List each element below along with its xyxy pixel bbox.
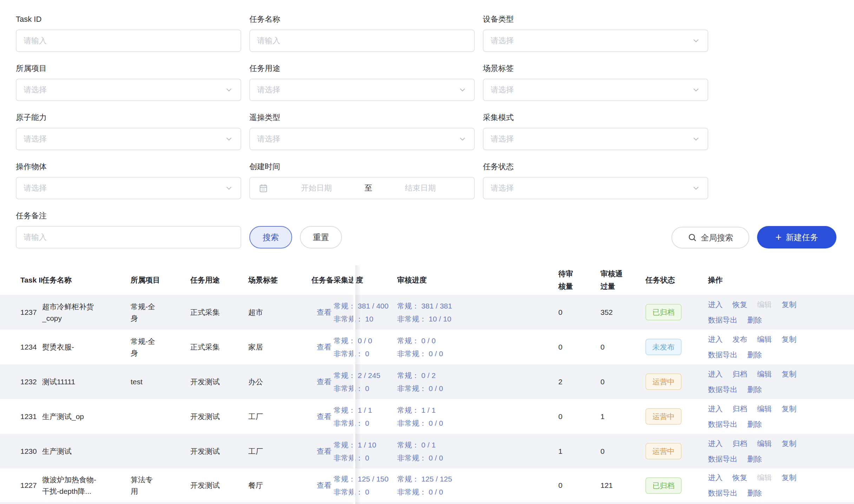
- cell-scene: 餐厅: [248, 480, 311, 490]
- cell-purpose: 正式采集: [190, 307, 248, 317]
- select-placeholder: 请选择: [491, 134, 691, 144]
- scene-tag-select[interactable]: 请选择: [483, 79, 708, 101]
- action-delete[interactable]: 删除: [747, 312, 762, 328]
- input-placeholder: 请输入: [257, 35, 467, 46]
- remark-view-link[interactable]: 查看: [311, 342, 334, 352]
- action-restore[interactable]: 恢复: [733, 470, 747, 485]
- action-edit[interactable]: 编辑: [757, 332, 772, 347]
- status-badge: 运营中: [645, 443, 682, 459]
- action-enter[interactable]: 进入: [708, 332, 723, 347]
- action-export[interactable]: 数据导出: [708, 312, 737, 328]
- table-row: 1232 测试11111 test 开发测试 办公 查看 常规： 2 / 245…: [0, 364, 854, 399]
- task-remark-input[interactable]: 请输入: [16, 226, 241, 248]
- action-enter[interactable]: 进入: [708, 366, 723, 382]
- select-placeholder: 请选择: [491, 85, 691, 95]
- cell-review-progress: 常规： 381 / 381非常规： 10 / 10: [397, 295, 558, 330]
- action-edit[interactable]: 编辑: [757, 436, 772, 451]
- field-teleop-type: 遥操类型: [249, 112, 475, 123]
- remark-view-link[interactable]: 查看: [311, 480, 334, 490]
- cell-pending-count: 1: [558, 447, 600, 456]
- chevron-down-icon: [224, 184, 234, 193]
- action-copy[interactable]: 复制: [782, 332, 796, 347]
- calendar-icon: [258, 183, 268, 193]
- cell-project: 常规-全身: [131, 301, 159, 324]
- cell-actions: 进入 归档 编辑 复制 数据导出 删除: [708, 434, 832, 469]
- cell-actions: 进入 发布 编辑 复制 数据导出 删除: [708, 330, 832, 364]
- col-header-review-passed: 审核通过量: [600, 265, 645, 295]
- action-edit[interactable]: 编辑: [757, 297, 772, 312]
- col-header-purpose: 任务用途: [190, 265, 248, 295]
- cell-task-id: 1230: [20, 447, 42, 456]
- action-delete[interactable]: 删除: [747, 347, 762, 363]
- purpose-select[interactable]: 请选择: [249, 79, 475, 101]
- action-delete[interactable]: 删除: [747, 382, 762, 397]
- field-label: 任务用途: [249, 63, 475, 74]
- action-export[interactable]: 数据导出: [708, 382, 737, 397]
- end-date-placeholder[interactable]: 结束日期: [375, 183, 466, 193]
- cell-task-name: 生产测试_op: [42, 411, 97, 422]
- action-edit[interactable]: 编辑: [757, 366, 772, 382]
- action-archive[interactable]: 归档: [733, 401, 747, 417]
- project-select[interactable]: 请选择: [16, 79, 241, 101]
- action-enter[interactable]: 进入: [708, 297, 723, 312]
- remark-view-link[interactable]: 查看: [311, 446, 334, 456]
- status-badge: 运营中: [645, 408, 682, 425]
- action-export[interactable]: 数据导出: [708, 347, 737, 363]
- action-restore[interactable]: 恢复: [733, 297, 747, 312]
- action-delete[interactable]: 删除: [747, 451, 762, 467]
- field-task-status: 任务状态: [483, 161, 708, 172]
- task-status-select[interactable]: 请选择: [483, 177, 708, 199]
- action-delete[interactable]: 删除: [747, 417, 762, 432]
- cell-project: 常规-全身: [131, 336, 159, 359]
- start-date-placeholder[interactable]: 开始日期: [271, 183, 362, 193]
- action-enter[interactable]: 进入: [708, 436, 723, 451]
- chevron-down-icon: [691, 85, 701, 94]
- action-edit[interactable]: 编辑: [757, 470, 772, 485]
- cell-actions: 进入 归档 编辑 复制 数据导出 删除: [708, 364, 832, 399]
- create-time-range-picker[interactable]: 开始日期 至 结束日期: [249, 177, 475, 199]
- input-placeholder: 请输入: [24, 232, 234, 243]
- table-header-row: Task ID 任务名称 所属项目 任务用途 场景标签 任务备注 采集进度 审核…: [0, 265, 854, 295]
- action-publish[interactable]: 发布: [733, 332, 747, 347]
- cell-purpose: 开发测试: [190, 412, 248, 422]
- action-delete[interactable]: 删除: [747, 485, 762, 501]
- action-archive[interactable]: 归档: [733, 436, 747, 451]
- task-name-input[interactable]: 请输入: [249, 29, 475, 52]
- action-export[interactable]: 数据导出: [708, 417, 737, 432]
- status-badge: 运营中: [645, 373, 682, 390]
- remark-view-link[interactable]: 查看: [311, 412, 334, 422]
- action-copy[interactable]: 复制: [782, 436, 796, 451]
- remark-view-link[interactable]: 查看: [311, 377, 334, 387]
- action-enter[interactable]: 进入: [708, 401, 723, 417]
- cell-actions: 进入 恢复 编辑 复制 数据导出 删除: [708, 295, 832, 330]
- col-header-remark: 任务备注: [311, 265, 334, 295]
- create-task-button[interactable]: + 新建任务: [757, 226, 836, 248]
- reset-button[interactable]: 重置: [300, 226, 342, 248]
- field-label: 原子能力: [16, 112, 241, 123]
- col-header-status: 任务状态: [645, 265, 708, 295]
- atomic-ability-select[interactable]: 请选择: [16, 128, 241, 150]
- operate-object-select[interactable]: 请选择: [16, 177, 241, 199]
- action-copy[interactable]: 复制: [782, 297, 796, 312]
- cell-collect-progress: 常规： 1 / 1非常规： 0: [334, 399, 397, 434]
- field-label: 采集模式: [483, 112, 708, 123]
- action-copy[interactable]: 复制: [782, 401, 796, 417]
- action-export[interactable]: 数据导出: [708, 451, 737, 467]
- task-id-input[interactable]: 请输入: [16, 29, 241, 52]
- device-type-select[interactable]: 请选择: [483, 29, 708, 52]
- action-copy[interactable]: 复制: [782, 470, 796, 485]
- collect-mode-select[interactable]: 请选择: [483, 128, 708, 150]
- teleop-type-select[interactable]: 请选择: [249, 128, 475, 150]
- global-search-button[interactable]: 全局搜索: [671, 227, 749, 248]
- search-button[interactable]: 搜索: [249, 226, 292, 248]
- action-enter[interactable]: 进入: [708, 470, 723, 485]
- col-header-collect-progress: 采集进度: [334, 265, 397, 295]
- field-label: 任务备注: [16, 211, 241, 221]
- remark-view-link[interactable]: 查看: [311, 307, 334, 317]
- cell-review-progress: 常规： 125 / 125非常规： 0 / 0: [397, 469, 558, 502]
- action-edit[interactable]: 编辑: [757, 401, 772, 417]
- action-copy[interactable]: 复制: [782, 366, 796, 382]
- action-export[interactable]: 数据导出: [708, 485, 737, 501]
- cell-task-name: 熨烫衣服-: [42, 341, 97, 353]
- action-archive[interactable]: 归档: [733, 366, 747, 382]
